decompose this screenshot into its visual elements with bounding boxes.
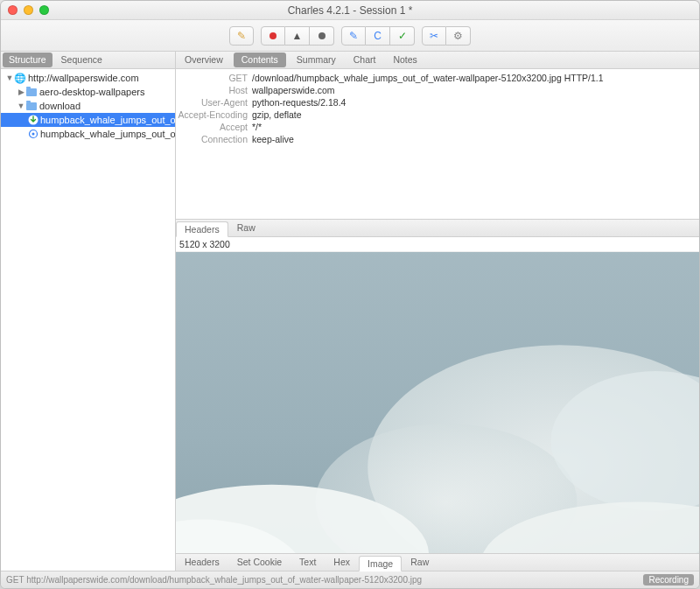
disclosure-triangle-icon[interactable]: ▼ [5,74,14,82]
folder-icon [25,100,38,112]
response-subtab-setcookie[interactable]: Set Cookie [228,554,290,571]
main-tab-notes[interactable]: Notes [384,52,425,68]
zoom-window-button[interactable] [39,5,49,15]
traffic-lights [8,5,49,15]
main-tab-summary[interactable]: Summary [288,52,345,68]
toolbar-stop-button[interactable] [310,26,334,46]
request-pane: GET /download/humpback_whale_jumps_out_o… [176,69,699,237]
main-tab-chart[interactable]: Chart [345,52,385,68]
request-header-row: Accept-Encodinggzip, deflate [178,109,697,121]
minimize-window-button[interactable] [24,5,33,15]
response-subtab-headers[interactable]: Headers [176,554,228,571]
response-pane: 5120 x 3200 [176,237,699,571]
tree-node-label: aero-desktop-wallpapers [39,87,144,97]
tree-node-label: humpback_whale_jumps_out_of_water-wallpa… [40,129,175,139]
window-title: Charles 4.2.1 - Session 1 * [288,4,413,17]
request-header-row: Hostwallpaperswide.com [178,84,697,96]
response-subtabs: Headers Set Cookie Text Hex Image Raw [176,553,699,571]
response-image-view[interactable] [176,252,699,553]
tree-request-node[interactable]: humpback_whale_jumps_out_of_water-wallpa… [1,127,175,141]
toolbar-throttle-button[interactable]: ▲ [285,26,310,46]
check-icon: ✓ [398,30,407,42]
toolbar-tools-button[interactable]: ✂ [422,26,446,46]
statusbar: GET http://wallpaperswide.com/download/h… [1,571,699,588]
request-method: GET [178,73,252,83]
toolbar-edit-button[interactable]: ✎ [341,26,366,46]
pencil-icon: ✎ [349,30,358,42]
response-subtab-image[interactable]: Image [359,556,402,571]
disclosure-triangle-icon[interactable]: ▼ [17,102,25,110]
record-icon [270,32,276,39]
request-subtab-raw[interactable]: Raw [228,220,264,236]
toolbar-record-button[interactable] [261,26,285,46]
main-tabs: Overview Contents Summary Chart Notes [176,52,699,69]
toolbar-settings-button[interactable]: ⚙ [446,26,471,46]
toolbar-tools-group: ✂ ⚙ [422,26,471,46]
tree-node-label: humpback_whale_jumps_out_of_water-wallpa… [40,115,175,125]
tree-node-label: download [39,101,80,111]
stop-icon [318,32,326,39]
main-tab-overview[interactable]: Overview [176,52,232,68]
request-header-row: Accept*/* [178,121,697,133]
request-path: /download/humpback_whale_jumps_out_of_wa… [252,73,697,83]
pending-icon [28,128,38,140]
globe-icon: 🌐 [14,72,26,84]
toolbar-broom-button[interactable]: ✎ [229,26,254,46]
request-header-row: User-Agentpython-requests/2.18.4 [178,96,697,109]
tree-folder-node[interactable]: ▶ aero-desktop-wallpapers [1,85,175,99]
statusbar-text: GET http://wallpaperswide.com/download/h… [6,575,422,585]
recording-indicator[interactable]: Recording [643,574,694,585]
request-line: GET /download/humpback_whale_jumps_out_o… [178,72,697,84]
sidebar-tab-structure[interactable]: Structure [3,53,52,67]
request-header-row: Connectionkeep-alive [178,133,697,145]
turtle-icon: ▲ [292,30,303,42]
toolbar-edit-group: ✎ C ✓ [341,26,415,46]
response-image [176,252,699,553]
main-panel: Overview Contents Summary Chart Notes GE… [176,52,699,571]
titlebar[interactable]: Charles 4.2.1 - Session 1 * [1,1,699,20]
disclosure-triangle-icon[interactable]: ▶ [17,88,25,96]
broom-icon: ✎ [237,30,246,42]
body: Structure Sequence ▼ 🌐 http://wallpapers… [1,52,699,571]
gear-icon: ⚙ [453,30,463,42]
toolbar-validate-button[interactable]: ✓ [390,26,415,46]
response-subtab-hex[interactable]: Hex [325,554,359,571]
sidebar-tab-sequence[interactable]: Sequence [54,52,109,68]
refresh-icon: C [374,30,382,42]
request-subtabs: Headers Raw [176,219,699,236]
tree-request-node[interactable]: humpback_whale_jumps_out_of_water-wallpa… [1,113,175,127]
sidebar: Structure Sequence ▼ 🌐 http://wallpapers… [1,52,176,571]
tree-host-node[interactable]: ▼ 🌐 http://wallpaperswide.com [1,71,175,85]
sidebar-tree[interactable]: ▼ 🌐 http://wallpaperswide.com ▶ aero-des… [1,69,175,571]
scissors-icon: ✂ [430,30,438,42]
request-subtab-headers[interactable]: Headers [176,221,228,237]
toolbar-record-group: ▲ [261,26,334,46]
tree-node-label: http://wallpaperswide.com [28,73,139,83]
image-dimensions-label: 5120 x 3200 [176,237,699,252]
svg-point-2 [32,133,35,136]
main-tab-contents[interactable]: Contents [234,53,286,67]
app-window: Charles 4.2.1 - Session 1 * ✎ ▲ ✎ C ✓ ✂ … [0,0,700,589]
request-headers-view[interactable]: GET /download/humpback_whale_jumps_out_o… [176,69,699,219]
toolbar-refresh-button[interactable]: C [366,26,390,46]
response-subtab-text[interactable]: Text [290,554,325,571]
folder-icon [25,86,38,98]
download-arrow-icon [28,114,38,126]
close-window-button[interactable] [8,5,18,15]
tree-folder-node[interactable]: ▼ download [1,99,175,113]
response-subtab-raw[interactable]: Raw [402,554,438,571]
toolbar: ✎ ▲ ✎ C ✓ ✂ ⚙ [1,20,699,52]
sidebar-tabs: Structure Sequence [1,52,175,69]
